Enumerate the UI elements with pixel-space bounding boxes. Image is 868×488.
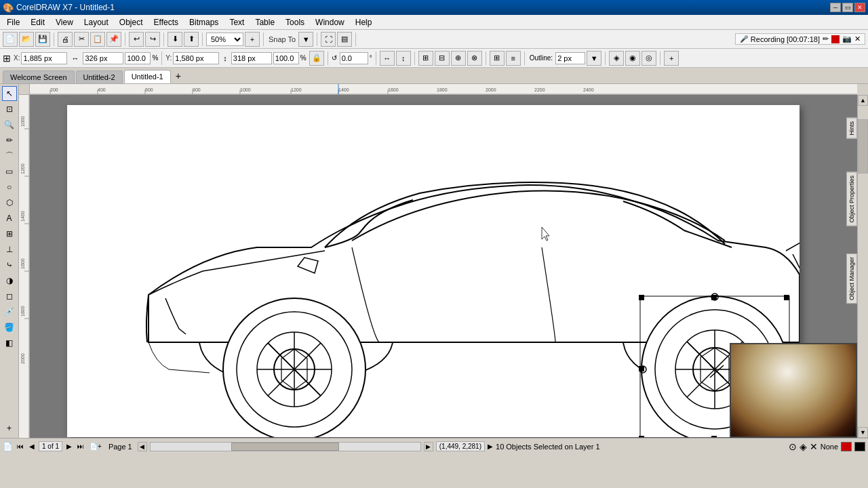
tool-transparency[interactable]: ◻ bbox=[2, 289, 17, 304]
object-properties-tab[interactable]: Object Properties bbox=[846, 172, 857, 226]
tool-ellipse[interactable]: ○ bbox=[2, 180, 17, 195]
group-button[interactable]: ⊞ bbox=[418, 51, 433, 66]
snap-icon[interactable]: ⊙ bbox=[789, 441, 797, 452]
menu-window[interactable]: Window bbox=[310, 16, 350, 28]
titlebar-controls[interactable]: ─ ▭ ✕ bbox=[830, 3, 865, 12]
menu-text[interactable]: Text bbox=[224, 16, 250, 28]
view-options-button[interactable]: ▤ bbox=[337, 32, 352, 47]
tool-zoom[interactable]: 🔍 bbox=[2, 117, 17, 132]
open-button[interactable]: 📂 bbox=[19, 32, 34, 47]
last-page-button[interactable]: ⏭ bbox=[76, 443, 85, 450]
h-scroll-left[interactable]: ◀ bbox=[138, 442, 147, 451]
menu-bitmaps[interactable]: Bitmaps bbox=[184, 16, 224, 28]
tool-eyedropper[interactable]: 💉 bbox=[2, 304, 17, 319]
cut-button[interactable]: ✂ bbox=[74, 32, 89, 47]
combine-button[interactable]: ⊕ bbox=[451, 51, 466, 66]
h-input[interactable] bbox=[231, 52, 272, 64]
h-pct-input[interactable] bbox=[273, 52, 299, 64]
snap-dropdown-button[interactable]: ▼ bbox=[298, 32, 313, 47]
play-button[interactable]: ▶ bbox=[488, 443, 493, 450]
tool-rectangle[interactable]: ▭ bbox=[2, 164, 17, 179]
save-button[interactable]: 💾 bbox=[35, 32, 50, 47]
tool-shadow[interactable]: ◑ bbox=[2, 273, 17, 288]
hints-panel-tab[interactable]: Hints bbox=[846, 118, 857, 139]
outline-width-input[interactable] bbox=[555, 52, 585, 64]
h-scroll-right[interactable]: ▶ bbox=[424, 442, 433, 451]
tab-welcome[interactable]: Welcome Screen bbox=[3, 70, 75, 83]
align-button[interactable]: ⊞ bbox=[490, 51, 505, 66]
tab-untitled2[interactable]: Untitled-2 bbox=[76, 70, 123, 83]
new-button[interactable]: 📄 bbox=[3, 32, 18, 47]
menu-tools[interactable]: Tools bbox=[280, 16, 310, 28]
flip-h-button[interactable]: ↔ bbox=[380, 51, 395, 66]
scroll-down-button[interactable]: ▼ bbox=[858, 427, 868, 438]
fullscreen-button[interactable]: ⛶ bbox=[321, 32, 336, 47]
pen-icon[interactable]: ✏ bbox=[823, 35, 829, 43]
fill-swatch[interactable] bbox=[841, 442, 852, 451]
zoom-dropdown[interactable]: 50% 100% 200% bbox=[206, 33, 243, 46]
import-button[interactable]: ⬇ bbox=[167, 32, 182, 47]
tool-add[interactable]: + bbox=[2, 421, 17, 436]
redo-button[interactable]: ↪ bbox=[145, 32, 160, 47]
menu-view[interactable]: View bbox=[50, 16, 79, 28]
right-scrollbar[interactable]: ▲ ▼ bbox=[857, 95, 868, 438]
h-scrollbar[interactable] bbox=[150, 442, 421, 451]
trim-button[interactable]: ◎ bbox=[642, 51, 656, 66]
tool-node[interactable]: ⊡ bbox=[2, 102, 17, 117]
close-button[interactable]: ✕ bbox=[854, 3, 865, 12]
tool-bezier[interactable]: ⌒ bbox=[2, 148, 17, 163]
tool-freehand[interactable]: ✏ bbox=[2, 133, 17, 148]
outline-dropdown-button[interactable]: ▼ bbox=[587, 51, 601, 66]
stop-icon[interactable] bbox=[831, 35, 840, 43]
break-button[interactable]: ⊗ bbox=[467, 51, 482, 66]
tool-connector[interactable]: ⤷ bbox=[2, 258, 17, 272]
tool-interactive-fill[interactable]: ◧ bbox=[2, 336, 17, 350]
object-manager-tab[interactable]: Object Manager bbox=[846, 253, 857, 304]
paste-button[interactable]: 📌 bbox=[106, 32, 121, 47]
minimize-button[interactable]: ─ bbox=[830, 3, 841, 12]
tab-untitled1[interactable]: Untitled-1 bbox=[124, 70, 171, 83]
menu-effects[interactable]: Effects bbox=[149, 16, 184, 28]
menu-object[interactable]: Object bbox=[114, 16, 149, 28]
prev-page-button[interactable]: ◀ bbox=[28, 443, 36, 450]
copy-button[interactable]: 📋 bbox=[90, 32, 105, 47]
export-button[interactable]: ⬆ bbox=[184, 32, 199, 47]
first-page-button[interactable]: ⏮ bbox=[16, 443, 25, 450]
flip-v-button[interactable]: ↕ bbox=[396, 51, 411, 66]
next-page-button[interactable]: ▶ bbox=[65, 443, 73, 450]
tool-text[interactable]: A bbox=[2, 211, 17, 226]
scroll-up-button[interactable]: ▲ bbox=[858, 95, 868, 106]
tool-selector[interactable]: ↖ bbox=[2, 86, 17, 101]
lock-ratio-button[interactable]: 🔒 bbox=[309, 51, 324, 66]
layer-icon[interactable]: ◈ bbox=[800, 441, 807, 452]
menu-help[interactable]: Help bbox=[350, 16, 378, 28]
menu-file[interactable]: File bbox=[1, 16, 25, 28]
y-input[interactable] bbox=[173, 52, 219, 64]
weld-button[interactable]: ◉ bbox=[625, 51, 640, 66]
h-scroll-thumb[interactable] bbox=[231, 443, 339, 451]
tool-table[interactable]: ⊞ bbox=[2, 226, 17, 241]
scroll-thumb-v[interactable] bbox=[858, 119, 868, 174]
w-pct-input[interactable] bbox=[125, 52, 151, 64]
menu-layout[interactable]: Layout bbox=[79, 16, 114, 28]
restore-button[interactable]: ▭ bbox=[842, 3, 853, 12]
x-input[interactable] bbox=[21, 52, 67, 64]
outline-swatch[interactable] bbox=[854, 442, 865, 451]
distribute-button[interactable]: ≡ bbox=[506, 51, 521, 66]
tool-parallel[interactable]: ⊥ bbox=[2, 242, 17, 257]
menu-table[interactable]: Table bbox=[250, 16, 280, 28]
add-page-button[interactable]: 📄+ bbox=[88, 443, 103, 450]
camera-icon[interactable]: 📷 bbox=[842, 35, 852, 43]
scroll-track-v[interactable] bbox=[858, 174, 868, 427]
recording-close-icon[interactable]: ✕ bbox=[854, 35, 861, 43]
w-input[interactable] bbox=[83, 52, 123, 64]
shaping-button[interactable]: ◈ bbox=[609, 51, 624, 66]
tool-fill[interactable]: 🪣 bbox=[2, 320, 17, 335]
menu-edit[interactable]: Edit bbox=[25, 16, 50, 28]
rotation-input[interactable] bbox=[340, 52, 368, 64]
undo-button[interactable]: ↩ bbox=[129, 32, 144, 47]
add-button[interactable]: + bbox=[664, 51, 679, 66]
ungroup-button[interactable]: ⊟ bbox=[435, 51, 450, 66]
tab-add-button[interactable]: + bbox=[172, 70, 184, 82]
print-button[interactable]: 🖨 bbox=[58, 32, 73, 47]
